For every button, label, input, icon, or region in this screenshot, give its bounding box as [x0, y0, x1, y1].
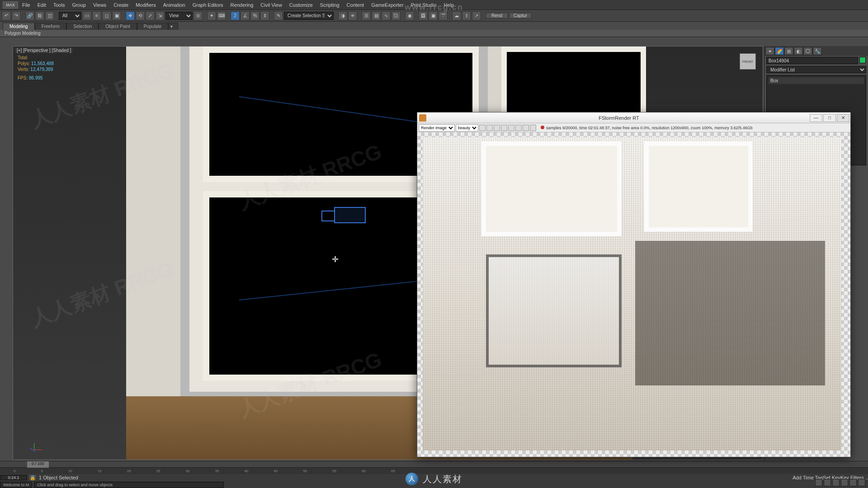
select-region-button[interactable]: ◻ [102, 11, 111, 20]
ribbon-tab-object-paint[interactable]: Object Paint [99, 23, 137, 30]
timecode-field[interactable]: 0:24:1 [0, 475, 27, 480]
align-button[interactable]: ≑ [348, 11, 357, 20]
menu-graph-editors[interactable]: Graph Editors [189, 1, 226, 9]
render-window[interactable]: FStormRender RT — □ ✕ Render Image beaut… [417, 112, 851, 457]
save-image-icon[interactable] [479, 125, 486, 131]
zoom-extents-icon[interactable] [832, 479, 840, 486]
utilities-tab-icon[interactable]: 🔧 [813, 47, 822, 55]
unlink-button[interactable]: ⛓ [35, 11, 44, 20]
toggle-ribbon-button[interactable]: ▤ [372, 11, 381, 20]
redo-button[interactable]: ↷ [12, 11, 21, 20]
region-icon[interactable] [523, 125, 529, 131]
time-slider-knob[interactable]: 0 / 100 [27, 461, 49, 468]
settings-icon[interactable] [530, 125, 536, 131]
menu-scripting[interactable]: Scripting [317, 1, 343, 9]
undo-button[interactable]: ↶ [2, 11, 11, 20]
modifier-list-dropdown[interactable]: Modifier List [766, 66, 866, 73]
object-name-field[interactable] [766, 57, 858, 64]
menu-tools[interactable]: Tools [50, 1, 68, 9]
create-tab-icon[interactable]: ✦ [765, 47, 774, 55]
menu-modifiers[interactable]: Modifiers [132, 1, 159, 9]
render-shortcut-button[interactable]: Rend [486, 13, 508, 19]
select-object-button[interactable]: ▭ [82, 11, 91, 20]
schematic-view-button[interactable]: ⿻ [392, 11, 401, 20]
viewcube[interactable]: FRONT [734, 49, 761, 76]
menu-customize[interactable]: Customize [286, 1, 316, 9]
keyboard-shortcut-button[interactable]: ⌨ [217, 11, 226, 20]
camera-gizmo[interactable] [334, 207, 366, 223]
motion-tab-icon[interactable]: ◐ [794, 47, 803, 55]
selection-filter-dropdown[interactable]: All [59, 12, 81, 20]
render-element-dropdown[interactable]: Render Image [419, 124, 455, 131]
select-by-name-button[interactable]: ≡ [92, 11, 101, 20]
minimize-button[interactable]: — [810, 114, 822, 122]
ribbon-tab-selection[interactable]: Selection [66, 23, 99, 30]
angle-snap-button[interactable]: ∠ [241, 11, 250, 20]
menu-file[interactable]: File [19, 1, 33, 9]
render-production-button[interactable]: 🎬 [439, 11, 448, 20]
orbit-icon[interactable] [849, 479, 857, 486]
ribbon-expand-button[interactable]: ▾ [168, 23, 178, 30]
open-a360-button[interactable]: ↗ [472, 11, 481, 20]
fov-icon[interactable] [841, 479, 848, 486]
select-move-button[interactable]: ✥ [126, 11, 135, 20]
named-selection-dropdown[interactable]: Create Selection Se [284, 12, 334, 20]
layer-explorer-button[interactable]: ☰ [362, 11, 371, 20]
object-color-swatch[interactable] [859, 57, 866, 63]
menu-game-exporter[interactable]: GameExporter [368, 1, 407, 9]
select-manipulate-button[interactable]: ✦ [207, 11, 216, 20]
material-editor-button[interactable]: ◉ [405, 11, 414, 20]
ribbon-tab-freeform[interactable]: Freeform [35, 23, 67, 30]
menu-views[interactable]: Views [90, 1, 109, 9]
select-rotate-button[interactable]: ⟲ [136, 11, 145, 20]
link-button[interactable]: 🔗 [25, 11, 34, 20]
menu-edit[interactable]: Edit [34, 1, 49, 9]
menu-group[interactable]: Group [69, 1, 89, 9]
edit-named-sel-button[interactable]: ✎ [274, 11, 283, 20]
select-place-button[interactable]: ⇲ [156, 11, 165, 20]
rendered-frame-button[interactable]: ▣ [429, 11, 438, 20]
render-image-area[interactable] [417, 132, 850, 457]
select-scale-button[interactable]: ⤢ [146, 11, 155, 20]
ribbon-tab-modeling[interactable]: Modeling [3, 23, 35, 30]
close-button[interactable]: ✕ [837, 114, 849, 122]
viewcube-face[interactable]: FRONT [740, 53, 756, 70]
lock-selection-icon[interactable]: 🔒 [29, 474, 36, 481]
menu-content[interactable]: Content [344, 1, 368, 9]
app-logo[interactable]: MAX [3, 1, 18, 9]
ribbon-panel-label[interactable]: Polygon Modeling [0, 30, 868, 37]
menu-animation[interactable]: Animation [160, 1, 189, 9]
autodesk-a360-button[interactable]: ☁ [452, 11, 461, 20]
window-crossing-button[interactable]: ▣ [112, 11, 121, 20]
render-pass-dropdown[interactable]: beauty [456, 124, 478, 131]
menu-rendering[interactable]: Rendering [227, 1, 257, 9]
menu-civil-view[interactable]: Civil View [257, 1, 285, 9]
viewport-label[interactable]: [+] [Perspective ] [Shaded ] [15, 47, 73, 53]
menu-create[interactable]: Create [110, 1, 132, 9]
display-tab-icon[interactable]: 🖵 [803, 47, 812, 55]
ref-coord-dropdown[interactable]: View [165, 12, 193, 20]
time-slider[interactable]: 0 / 100 [0, 461, 868, 468]
capture-shortcut-button[interactable]: Captur [509, 13, 532, 19]
hierarchy-tab-icon[interactable]: ⊞ [784, 47, 793, 55]
menu-help[interactable]: Help [441, 1, 458, 9]
mirror-button[interactable]: ◑ [338, 11, 347, 20]
maxscript-listener[interactable]: Welcome to M [0, 482, 32, 488]
spinner-snap-button[interactable]: ⇕ [260, 11, 269, 20]
percent-snap-button[interactable]: % [250, 11, 259, 20]
stop-icon[interactable] [515, 125, 522, 131]
pause-icon[interactable] [508, 125, 514, 131]
render-setup-button[interactable]: 🖼 [419, 11, 428, 20]
use-center-button[interactable]: ⊙ [193, 11, 203, 20]
refresh-icon[interactable] [494, 125, 500, 131]
zoom-icon[interactable] [824, 479, 831, 486]
maximize-viewport-icon[interactable] [858, 479, 865, 486]
modifier-item-box[interactable]: Box [769, 77, 864, 84]
snap-2d-button[interactable]: 2 [231, 11, 240, 20]
ribbon-tab-populate[interactable]: Populate [137, 23, 168, 30]
menu-print-studio[interactable]: Print Studio [408, 1, 440, 9]
pan-icon[interactable] [815, 479, 822, 486]
render-window-titlebar[interactable]: FStormRender RT — □ ✕ [417, 113, 850, 123]
play-icon[interactable] [501, 125, 507, 131]
copy-image-icon[interactable] [486, 125, 493, 131]
